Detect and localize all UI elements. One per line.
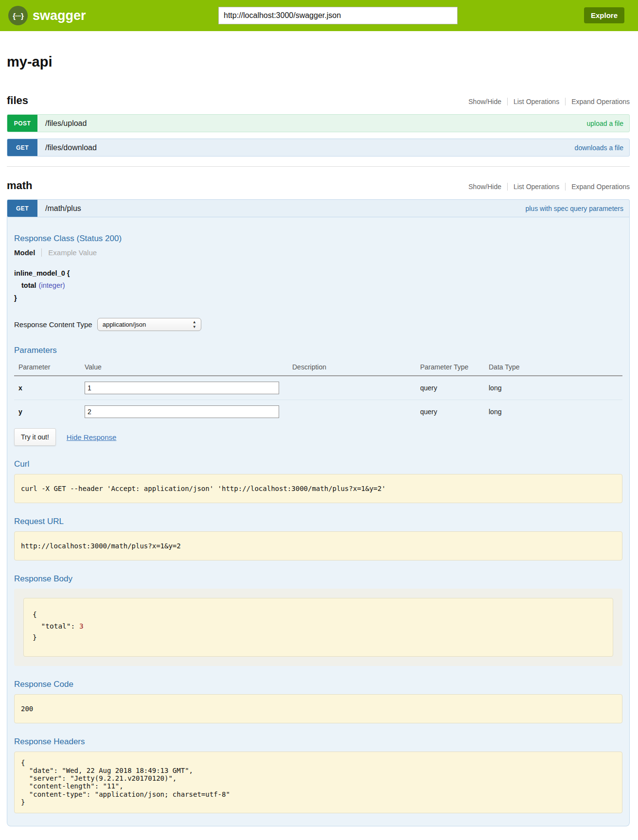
col-header-value: Value	[85, 360, 292, 376]
operation-path[interactable]: /files/download	[45, 143, 97, 152]
operation-path[interactable]: /math/plus	[45, 204, 81, 213]
response-body-heading: Response Body	[14, 574, 622, 584]
col-header-parameter: Parameter	[14, 360, 85, 376]
list-operations-link[interactable]: List Operations	[507, 98, 565, 105]
model-open-line: inline_model_0 {	[14, 267, 622, 280]
operation-path[interactable]: /files/upload	[45, 119, 87, 128]
curl-heading: Curl	[14, 459, 622, 469]
json-close-brace: }	[33, 632, 604, 643]
param-type: query	[420, 376, 489, 400]
page-title: my-api	[7, 54, 630, 70]
response-content-type-select[interactable]: application/json ▲▼	[97, 318, 201, 331]
section-divider	[7, 166, 630, 167]
brand-name: swagger	[33, 8, 86, 23]
param-description	[292, 376, 420, 400]
response-body-container: { "total": 3 }	[14, 589, 622, 665]
operation-summary-link[interactable]: upload a file	[586, 120, 623, 127]
post-method-badge[interactable]: POST	[7, 115, 37, 132]
col-header-description: Description	[292, 360, 420, 376]
swagger-logo-icon: {···}	[8, 6, 28, 25]
param-x-input[interactable]	[85, 382, 279, 394]
get-method-badge[interactable]: GET	[7, 200, 37, 217]
parameter-row-y: y query long	[14, 400, 622, 424]
json-open-brace: {	[33, 609, 604, 620]
section-header-files: files Show/Hide List Operations Expand O…	[7, 94, 630, 107]
response-body-json: { "total": 3 }	[23, 598, 613, 656]
operation-row-get-math-plus[interactable]: GET /math/plus plus with spec query para…	[7, 199, 630, 217]
operation-summary-link[interactable]: plus with spec query parameters	[525, 205, 623, 212]
request-url-block: http://localhost:3000/math/plus?x=1&y=2	[14, 531, 622, 560]
response-headers-block: { "date": "Wed, 22 Aug 2018 18:49:13 GMT…	[14, 752, 622, 813]
parameters-heading: Parameters	[14, 346, 622, 355]
parameter-row-x: x query long	[14, 376, 622, 400]
section-title-files: files	[7, 94, 28, 107]
model-property: total(integer)	[14, 280, 622, 292]
col-header-data-type: Data Type	[489, 360, 622, 376]
swagger-logo[interactable]: {···} swagger	[8, 6, 86, 25]
try-row: Try it out! Hide Response	[14, 428, 622, 446]
param-data-type: long	[489, 400, 622, 424]
operation-row-post-files-upload[interactable]: POST /files/upload upload a file	[7, 114, 630, 132]
hide-response-link[interactable]: Hide Response	[67, 433, 117, 441]
request-url-heading: Request URL	[14, 517, 622, 526]
chevron-up-down-icon: ▲▼	[193, 320, 196, 330]
response-code-heading: Response Code	[14, 680, 622, 689]
operation-row-get-files-download[interactable]: GET /files/download downloads a file	[7, 139, 630, 157]
section-controls-files: Show/Hide List Operations Expand Operati…	[462, 98, 630, 105]
get-method-badge[interactable]: GET	[7, 139, 37, 156]
param-name: x	[14, 376, 85, 400]
show-hide-link[interactable]: Show/Hide	[462, 98, 507, 105]
curl-command-block: curl -X GET --header 'Accept: applicatio…	[14, 474, 622, 503]
param-y-input[interactable]	[85, 405, 279, 418]
section-title-math: math	[7, 179, 33, 192]
param-name: y	[14, 400, 85, 424]
model-signature: inline_model_0 { total(integer) }	[14, 267, 622, 304]
expand-operations-link[interactable]: Expand Operations	[565, 98, 630, 105]
operation-panel-get-math-plus: Response Class (Status 200) Model Exampl…	[7, 217, 630, 826]
model-tabs: Model Example Value	[14, 248, 622, 257]
try-it-out-button[interactable]: Try it out!	[14, 428, 56, 446]
tab-example-value[interactable]: Example Value	[41, 248, 97, 257]
json-total-line: "total": 3	[33, 621, 604, 632]
tab-model[interactable]: Model	[14, 248, 35, 257]
parameters-table: Parameter Value Description Parameter Ty…	[14, 360, 622, 423]
parameters-header-row: Parameter Value Description Parameter Ty…	[14, 360, 622, 376]
response-class-heading: Response Class (Status 200)	[14, 234, 622, 244]
header-bar: {···} swagger Explore	[0, 0, 638, 31]
param-description	[292, 400, 420, 424]
response-code-block: 200	[14, 694, 622, 723]
section-controls-math: Show/Hide List Operations Expand Operati…	[462, 183, 630, 191]
response-content-type-label: Response Content Type	[14, 320, 92, 329]
response-headers-heading: Response Headers	[14, 737, 622, 747]
col-header-parameter-type: Parameter Type	[420, 360, 489, 376]
model-close-line: }	[14, 292, 622, 304]
show-hide-link[interactable]: Show/Hide	[462, 183, 507, 191]
content-wrap: my-api files Show/Hide List Operations E…	[7, 54, 630, 840]
param-data-type: long	[489, 376, 622, 400]
spec-url-input[interactable]	[218, 7, 458, 24]
explore-button[interactable]: Explore	[584, 7, 624, 23]
section-header-math: math Show/Hide List Operations Expand Op…	[7, 179, 630, 192]
expand-operations-link[interactable]: Expand Operations	[565, 183, 630, 191]
operation-summary-link[interactable]: downloads a file	[575, 144, 623, 152]
list-operations-link[interactable]: List Operations	[507, 183, 565, 191]
response-content-type-value: application/json	[103, 321, 146, 328]
param-type: query	[420, 400, 489, 424]
response-content-type-row: Response Content Type application/json ▲…	[14, 318, 622, 331]
